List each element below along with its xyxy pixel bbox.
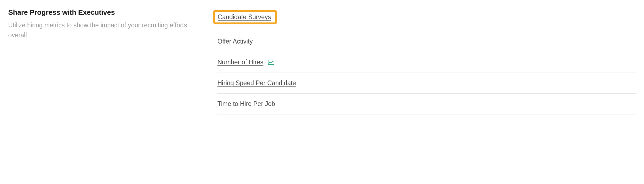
right-column: Candidate Surveys Offer Activity Number … xyxy=(217,8,636,114)
two-column-layout: Share Progress with Executives Utilize h… xyxy=(8,8,636,114)
highlight-annotation: Candidate Surveys xyxy=(213,10,277,24)
time-to-hire-link[interactable]: Time to Hire Per Job xyxy=(217,100,275,108)
section-description: Utilize hiring metrics to show the impac… xyxy=(8,21,206,40)
section-title: Share Progress with Executives xyxy=(8,8,206,17)
link-row-hiring-speed: Hiring Speed Per Candidate xyxy=(217,73,636,94)
report-link-list: Candidate Surveys Offer Activity Number … xyxy=(217,8,636,114)
link-row-time-to-hire: Time to Hire Per Job xyxy=(217,94,636,114)
link-row-candidate-surveys: Candidate Surveys xyxy=(217,8,636,31)
link-row-number-of-hires: Number of Hires xyxy=(217,52,636,73)
candidate-surveys-link[interactable]: Candidate Surveys xyxy=(218,13,271,21)
number-of-hires-link[interactable]: Number of Hires xyxy=(217,59,263,66)
trend-chart-icon xyxy=(268,60,274,65)
left-column: Share Progress with Executives Utilize h… xyxy=(8,8,217,40)
offer-activity-link[interactable]: Offer Activity xyxy=(217,38,253,45)
link-row-offer-activity: Offer Activity xyxy=(217,31,636,52)
hiring-speed-link[interactable]: Hiring Speed Per Candidate xyxy=(217,79,296,87)
page-root: Share Progress with Executives Utilize h… xyxy=(0,0,644,184)
